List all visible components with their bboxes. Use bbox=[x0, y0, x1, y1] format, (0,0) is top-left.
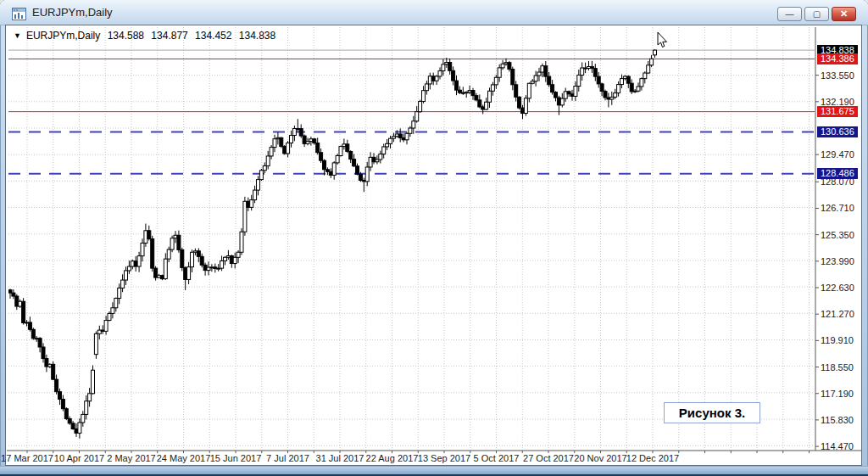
date-axis-label: 13 Sep 2017 bbox=[418, 453, 470, 463]
price-level-badge-support: 130.636 bbox=[817, 126, 858, 137]
price-axis-label: 133.550 bbox=[821, 70, 854, 81]
price-axis-label: 114.470 bbox=[821, 441, 854, 451]
date-axis-label: 2 May 2017 bbox=[107, 453, 155, 463]
ohlc-low: 134.452 bbox=[195, 30, 231, 42]
date-axis-label: 31 Jul 2017 bbox=[316, 453, 364, 463]
figure-caption-box: Рисунок 3. bbox=[664, 402, 760, 423]
date-axis-label: 22 Aug 2017 bbox=[366, 453, 419, 463]
ohlc-close: 134.838 bbox=[239, 30, 275, 42]
collapse-triangle-icon[interactable]: ▼ bbox=[14, 31, 21, 40]
chart-window: EURJPYm,Daily — ▢ ✕ ▼EURJPYm,Daily 134.5… bbox=[0, 0, 868, 476]
ohlc-open: 134.588 bbox=[108, 30, 144, 42]
price-axis-label: 123.990 bbox=[821, 256, 854, 266]
date-axis-label: 12 Dec 2017 bbox=[626, 453, 679, 463]
date-axis-label: 27 Oct 2017 bbox=[523, 453, 574, 463]
price-axis-label: 122.630 bbox=[821, 283, 854, 293]
price-axis-label: 129.470 bbox=[821, 149, 854, 160]
price-axis-label: 115.830 bbox=[821, 415, 854, 425]
price-axis-label: 117.190 bbox=[821, 389, 854, 399]
date-axis-label: 5 Oct 2017 bbox=[474, 453, 520, 463]
price-level-badge-support: 128.486 bbox=[817, 168, 858, 179]
price-level-badge-resistance: 131.675 bbox=[817, 106, 858, 117]
mouse-cursor-icon bbox=[658, 32, 667, 48]
chart-symbol-label: EURJPYm,Daily bbox=[26, 30, 100, 42]
price-axis-label: 125.350 bbox=[821, 230, 854, 240]
date-axis-label: 20 Nov 2017 bbox=[574, 453, 626, 463]
grid-lines bbox=[8, 27, 815, 453]
date-axis-label: 17 Mar 2017 bbox=[1, 453, 53, 463]
price-axis-label: 132.190 bbox=[821, 97, 854, 107]
price-axis-label: 118.550 bbox=[821, 362, 854, 372]
price-axis-label: 119.910 bbox=[821, 335, 854, 345]
price-axis-label: 121.270 bbox=[821, 309, 854, 319]
chart-ohlc-header: ▼EURJPYm,Daily 134.588 134.877 134.452 1… bbox=[14, 30, 280, 42]
date-axis-label: 15 Jun 2017 bbox=[210, 453, 262, 463]
price-axis-label: 126.710 bbox=[821, 203, 854, 213]
price-level-badge-resistance: 134.386 bbox=[817, 53, 858, 64]
date-axis-label: 24 May 2017 bbox=[157, 453, 211, 463]
date-axis-label: 7 Jul 2017 bbox=[266, 453, 309, 463]
ohlc-high: 134.877 bbox=[151, 30, 187, 42]
window-bottom-border bbox=[0, 466, 868, 476]
date-axis-label: 10 Apr 2017 bbox=[54, 453, 104, 463]
